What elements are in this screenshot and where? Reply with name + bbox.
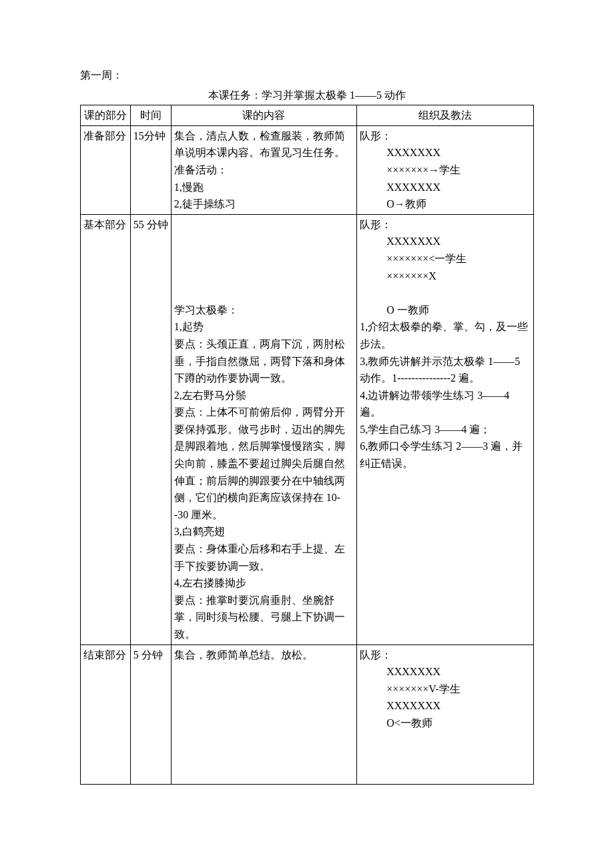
main-time: 55 分钟 bbox=[130, 214, 171, 644]
end-content: 集合，教师简单总结。放松。 bbox=[171, 644, 356, 785]
header-part: 课的部分 bbox=[81, 105, 131, 126]
table-row: 结束部分 5 分钟 集合，教师简单总结。放松。 队形： XXXXXXX ××××… bbox=[81, 644, 534, 785]
main-org: 队形： XXXXXXX ×××××××<一学生 ×××××××X O 一教师 1… bbox=[357, 214, 534, 644]
main-part: 基本部分 bbox=[81, 214, 131, 644]
end-part: 结束部分 bbox=[81, 644, 131, 785]
end-org-label: 队形： bbox=[360, 649, 392, 661]
table-row: 准备部分 15分钟 集合，清点人数，检查服装，教师简单说明本课内容。布置见习生任… bbox=[81, 125, 534, 214]
header-time: 时间 bbox=[130, 105, 171, 126]
main-content-cell: 学习太极拳： 1,起势 要点：头颈正直，两肩下沉，两肘松垂，手指自然微屈，两臂下… bbox=[171, 214, 356, 644]
week-label: 第一周： bbox=[80, 67, 534, 84]
table-row: 基本部分 55 分钟 学习太极拳： 1,起势 要点：头颈正直，两肩下沉，两肘松垂… bbox=[81, 214, 534, 644]
task-prefix: 本课任务： bbox=[208, 89, 262, 101]
end-time: 5 分钟 bbox=[130, 644, 171, 785]
end-org: 队形： XXXXXXX ×××××××V-学生 XXXXXXX O<一教师 bbox=[357, 644, 534, 785]
prep-formation: XXXXXXX ×××××××→学生 XXXXXXX O→教师 bbox=[386, 144, 531, 212]
main-org-notes: 1,介绍太极拳的拳、掌、勾，及一些步法。 3,教师先讲解并示范太极拳 1——5 … bbox=[360, 318, 531, 472]
prep-org-label: 队形： bbox=[360, 130, 392, 141]
header-org: 组织及教法 bbox=[357, 105, 534, 126]
main-org-label: 队形： bbox=[360, 219, 392, 230]
prep-org: 队形： XXXXXXX ×××××××→学生 XXXXXXX O→教师 bbox=[357, 125, 534, 214]
task-text: 学习并掌握太极拳 1——5 动作 bbox=[262, 89, 406, 101]
prep-time: 15分钟 bbox=[130, 125, 171, 214]
main-content: 学习太极拳： 1,起势 要点：头颈正直，两肩下沉，两肘松垂，手指自然微屈，两臂下… bbox=[174, 304, 345, 640]
prep-part: 准备部分 bbox=[81, 125, 131, 214]
main-formation: XXXXXXX ×××××××<一学生 ×××××××X O 一教师 bbox=[386, 233, 531, 318]
header-content: 课的内容 bbox=[171, 105, 356, 126]
end-formation: XXXXXXX ×××××××V-学生 XXXXXXX O<一教师 bbox=[386, 663, 531, 731]
task-line: 本课任务：学习并掌握太极拳 1——5 动作 bbox=[80, 87, 534, 104]
lesson-table: 课的部分 时间 课的内容 组织及教法 准备部分 15分钟 集合，清点人数，检查服… bbox=[80, 105, 534, 785]
prep-content: 集合，清点人数，检查服装，教师简单说明本课内容。布置见习生任务。 准备活动： 1… bbox=[171, 125, 356, 214]
table-header-row: 课的部分 时间 课的内容 组织及教法 bbox=[81, 105, 534, 126]
